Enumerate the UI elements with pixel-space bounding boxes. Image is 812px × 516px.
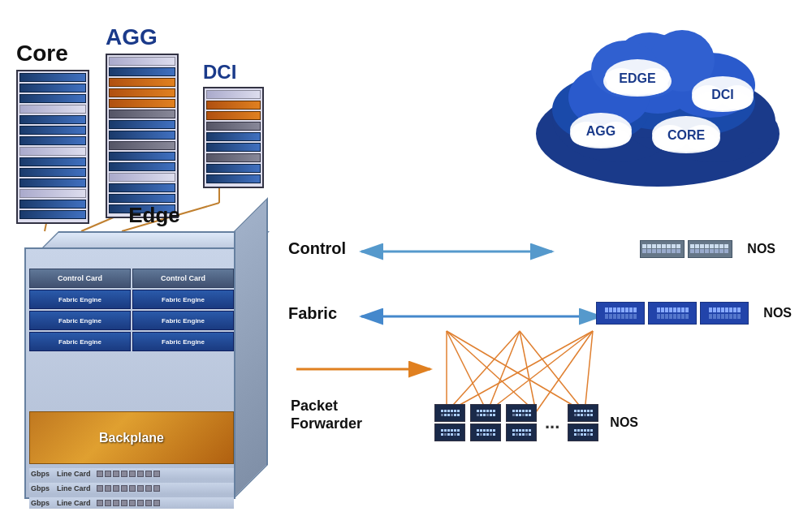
edge-front-face: Control Card Control Card Fabric Engine …	[24, 247, 235, 499]
dci-rack: DCI	[203, 61, 276, 188]
edge-3d-box: Control Card Control Card Fabric Engine …	[24, 231, 268, 499]
control-switch-group	[640, 240, 732, 258]
svg-line-22	[487, 331, 593, 412]
pf-node-1	[434, 404, 465, 441]
svg-text:CORE: CORE	[667, 128, 706, 142]
core-label: Core	[16, 41, 89, 67]
control-label: Control	[288, 239, 353, 258]
fabric-nos-label: NOS	[763, 306, 792, 320]
line-card-row-1: Gbps Line Card	[29, 468, 234, 479]
packet-forwarder-label: PacketForwarder	[291, 398, 362, 432]
edge-box: Edge Control Card Control Card Fabric En…	[8, 203, 284, 495]
line-card-ports-2	[97, 485, 160, 492]
fabric-engine-3a: Fabric Engine	[29, 332, 131, 351]
fabric-engine-1a: Fabric Engine	[29, 290, 131, 309]
line-card-label-2: Line Card	[57, 484, 93, 492]
fabric-section: Fabric	[288, 302, 792, 325]
line-card-ports-1	[97, 471, 160, 477]
packet-forwarder-section: ... NOS	[434, 404, 638, 441]
diagram: Core AGG	[0, 0, 812, 516]
fabric-engine-1b: Fabric Engine	[132, 290, 234, 309]
svg-text:AGG: AGG	[586, 124, 615, 138]
fabric-engine-3b: Fabric Engine	[132, 332, 234, 351]
backplane-label: Backplane	[99, 431, 164, 445]
control-nos-label: NOS	[747, 242, 775, 256]
packet-label-text: PacketForwarder	[291, 398, 362, 432]
cloud-svg: EDGE DCI AGG	[520, 4, 796, 191]
core-rack-body	[16, 70, 89, 224]
control-card-right: Control Card	[132, 269, 234, 288]
control-switch-2	[688, 240, 732, 258]
svg-text:EDGE: EDGE	[619, 71, 656, 85]
edge-right-face	[234, 197, 268, 499]
svg-line-24	[585, 331, 593, 412]
dci-rack-body	[203, 87, 264, 188]
fabric-engine-row-1: Fabric Engine Fabric Engine	[29, 290, 234, 309]
svg-line-19	[520, 331, 536, 412]
line-card-ports-3	[97, 500, 160, 506]
line-card-row-2: Gbps Line Card	[29, 483, 234, 494]
agg-label: AGG	[106, 24, 187, 50]
fabric-engine-2b: Fabric Engine	[132, 311, 234, 330]
control-section: Control	[288, 239, 775, 258]
fabric-label: Fabric	[288, 304, 352, 323]
svg-line-17	[447, 331, 520, 412]
edge-content: Control Card Control Card Fabric Engine …	[29, 269, 234, 411]
control-card-left: Control Card	[29, 269, 131, 288]
pf-dots: ...	[545, 412, 559, 433]
line-card-gbps-2: Gbps	[31, 484, 54, 492]
agg-rack: AGG	[106, 24, 187, 218]
svg-line-16	[447, 331, 585, 412]
fabric-switch-1	[596, 302, 645, 325]
svg-line-14	[447, 331, 487, 412]
fabric-switch-group	[596, 302, 749, 325]
pf-nos-label: NOS	[610, 415, 638, 430]
fabric-engine-2a: Fabric Engine	[29, 311, 131, 330]
fabric-engine-row-3: Fabric Engine Fabric Engine	[29, 332, 234, 351]
svg-line-20	[520, 331, 585, 412]
pf-node-4	[568, 404, 598, 441]
svg-text:DCI: DCI	[711, 88, 734, 101]
line-cards-area: Gbps Line Card Gbps Line Card	[29, 468, 234, 512]
line-card-label-3: Line Card	[57, 499, 93, 507]
svg-line-21	[447, 331, 593, 412]
backplane-area: Backplane	[29, 411, 234, 464]
line-card-gbps-1: Gbps	[31, 470, 54, 478]
line-card-label-1: Line Card	[57, 470, 93, 478]
svg-line-23	[536, 331, 593, 412]
fabric-switch-3	[700, 302, 749, 325]
control-switch-1	[640, 240, 685, 258]
fabric-engine-row-2: Fabric Engine Fabric Engine	[29, 311, 234, 330]
pf-node-3	[506, 404, 537, 441]
pf-node-2	[470, 404, 501, 441]
line-card-gbps-3: Gbps	[31, 499, 54, 507]
line-card-row-3: Gbps Line Card	[29, 497, 234, 509]
core-rack: Core	[16, 41, 89, 224]
agg-rack-body	[106, 54, 179, 218]
dci-label: DCI	[203, 61, 276, 84]
fabric-switch-2	[648, 302, 697, 325]
control-card-row: Control Card Control Card	[29, 269, 234, 288]
svg-line-18	[487, 331, 520, 412]
svg-line-15	[447, 331, 536, 412]
cloud-container: EDGE DCI AGG	[520, 4, 796, 191]
